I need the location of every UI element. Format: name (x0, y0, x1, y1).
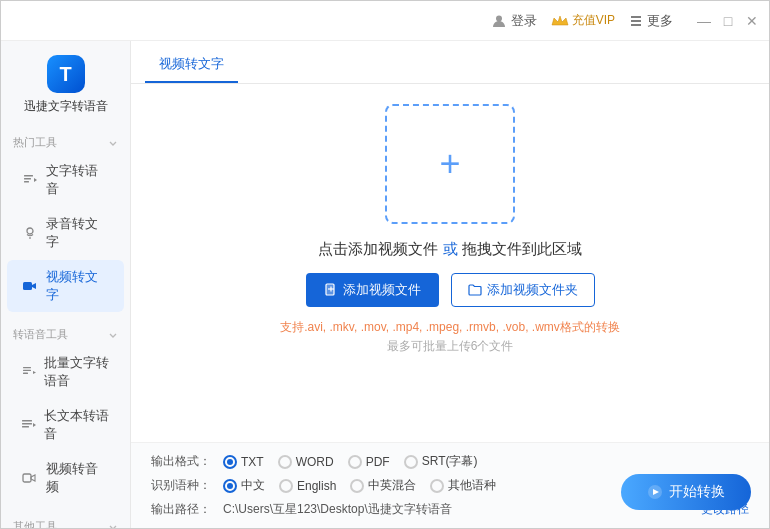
menu-icon (629, 14, 643, 28)
add-folder-label: 添加视频文件夹 (487, 281, 578, 299)
svg-rect-5 (24, 178, 31, 180)
tab-label: 视频转文字 (159, 56, 224, 71)
login-label: 登录 (511, 12, 537, 30)
sidebar-speech-section: 转语音工具 批量文字转语音 长文本转语音 (1, 317, 130, 509)
lang-chinese-label: 中文 (241, 477, 265, 494)
format-pdf-radio[interactable] (348, 455, 362, 469)
lang-chinese-radio[interactable] (223, 479, 237, 493)
lang-radio-group: 中文 English 中英混合 (223, 477, 496, 494)
app-title: 迅捷文字转语音 (24, 98, 108, 115)
start-button-wrap: 开始转换 (621, 474, 751, 510)
lang-label: 识别语种： (151, 477, 223, 494)
format-word-radio[interactable] (278, 455, 292, 469)
text-speech-icon (21, 171, 39, 189)
vip-button[interactable]: 充值VIP (551, 12, 615, 29)
app-logo-icon: T (47, 55, 85, 93)
main-layout: T 迅捷文字转语音 热门工具 文字转语音 (1, 41, 769, 528)
format-txt-radio[interactable] (223, 455, 237, 469)
upload-plus-icon: + (439, 146, 460, 182)
sidebar-hot-section: 热门工具 文字转语音 录音转文字 (1, 125, 130, 317)
hint-max-text: 最多可批量上传6个文件 (387, 339, 514, 353)
window-controls: — □ ✕ (697, 14, 759, 28)
lang-mixed-label: 中英混合 (368, 477, 416, 494)
svg-rect-9 (23, 282, 32, 290)
lang-other[interactable]: 其他语种 (430, 477, 496, 494)
lang-mixed-radio[interactable] (350, 479, 364, 493)
batch-tts-icon (21, 363, 37, 381)
speech-tools-header: 转语音工具 (1, 321, 130, 345)
lang-english-radio[interactable] (279, 479, 293, 493)
lang-mixed[interactable]: 中英混合 (350, 477, 416, 494)
file-icon (324, 283, 338, 297)
svg-point-7 (27, 228, 33, 234)
format-srt-radio[interactable] (404, 455, 418, 469)
format-row: 输出格式： TXT WORD (151, 453, 749, 470)
upload-buttons: 添加视频文件 添加视频文件夹 (306, 273, 595, 307)
upload-zone: + 点击添加视频文件 或 拖拽文件到此区域 (131, 84, 769, 442)
format-word-label: WORD (296, 455, 334, 469)
sidebar-other-section: 其他工具 AI写作 HOT AI虚拟人播报 (1, 509, 130, 528)
svg-rect-11 (23, 370, 31, 371)
maximize-button[interactable]: □ (721, 14, 735, 28)
content-area: 视频转文字 + 点击添加视频文件 或 拖拽文件到此区域 (131, 41, 769, 528)
hot-tools-label: 热门工具 (13, 135, 57, 150)
svg-rect-12 (23, 373, 28, 374)
svg-rect-4 (24, 175, 33, 177)
add-folder-button[interactable]: 添加视频文件夹 (451, 273, 595, 307)
format-txt[interactable]: TXT (223, 455, 264, 469)
other-tools-header: 其他工具 (1, 513, 130, 528)
format-word[interactable]: WORD (278, 455, 334, 469)
titlebar-actions: 登录 充值VIP 更多 — □ ✕ (491, 12, 759, 30)
upload-dropzone[interactable]: + (385, 104, 515, 224)
collapse-icon (108, 138, 118, 148)
video-to-text-label: 视频转文字 (46, 268, 110, 304)
upload-main-text: 点击添加视频文件 (318, 240, 438, 257)
more-button[interactable]: 更多 (629, 12, 673, 30)
format-srt-label: SRT(字幕) (422, 453, 478, 470)
svg-rect-15 (22, 426, 29, 428)
add-file-label: 添加视频文件 (343, 281, 421, 299)
content-main: + 点击添加视频文件 或 拖拽文件到此区域 (131, 84, 769, 528)
path-value: C:\Users\互星123\Desktop\迅捷文字转语音 (223, 501, 689, 518)
titlebar: 登录 充值VIP 更多 — □ ✕ (1, 1, 769, 41)
lang-english[interactable]: English (279, 479, 336, 493)
format-label: 输出格式： (151, 453, 223, 470)
sidebar-item-audio-to-text[interactable]: 录音转文字 (7, 207, 124, 259)
sidebar-item-long-tts[interactable]: 长文本转语音 (7, 399, 124, 451)
collapse-icon-2 (108, 330, 118, 340)
svg-rect-10 (23, 367, 31, 368)
minimize-button[interactable]: — (697, 14, 711, 28)
lang-chinese[interactable]: 中文 (223, 477, 265, 494)
sidebar-item-video-to-audio[interactable]: 视频转音频 (7, 452, 124, 504)
sidebar-item-text-to-speech[interactable]: 文字转语音 (7, 154, 124, 206)
user-icon (491, 13, 507, 29)
content-tabs: 视频转文字 (131, 41, 769, 84)
other-tools-label: 其他工具 (13, 519, 57, 528)
format-txt-label: TXT (241, 455, 264, 469)
tab-video-to-text[interactable]: 视频转文字 (145, 49, 238, 83)
batch-tts-label: 批量文字转语音 (44, 354, 110, 390)
upload-link-text[interactable]: 或 (443, 240, 458, 257)
video-to-audio-label: 视频转音频 (46, 460, 110, 496)
add-file-button[interactable]: 添加视频文件 (306, 273, 439, 307)
sidebar-item-batch-tts[interactable]: 批量文字转语音 (7, 346, 124, 398)
svg-point-0 (496, 15, 502, 21)
more-label: 更多 (647, 12, 673, 30)
sidebar-item-video-to-text[interactable]: 视频转文字 (7, 260, 124, 312)
video-text-icon (21, 277, 39, 295)
text-to-speech-label: 文字转语音 (46, 162, 110, 198)
format-srt[interactable]: SRT(字幕) (404, 453, 478, 470)
format-pdf[interactable]: PDF (348, 455, 390, 469)
upload-hint-max: 最多可批量上传6个文件 (387, 338, 514, 355)
start-convert-button[interactable]: 开始转换 (621, 474, 751, 510)
upload-hint-formats: 支持.avi, .mkv, .mov, .mp4, .mpeg, .rmvb, … (280, 319, 620, 336)
close-button[interactable]: ✕ (745, 14, 759, 28)
play-icon (647, 484, 663, 500)
speech-tools-label: 转语音工具 (13, 327, 68, 342)
sidebar-logo: T 迅捷文字转语音 (1, 41, 130, 125)
folder-icon (468, 283, 482, 297)
app-window: 登录 充值VIP 更多 — □ ✕ (0, 0, 770, 529)
lang-other-radio[interactable] (430, 479, 444, 493)
login-button[interactable]: 登录 (491, 12, 537, 30)
svg-rect-14 (22, 423, 32, 425)
